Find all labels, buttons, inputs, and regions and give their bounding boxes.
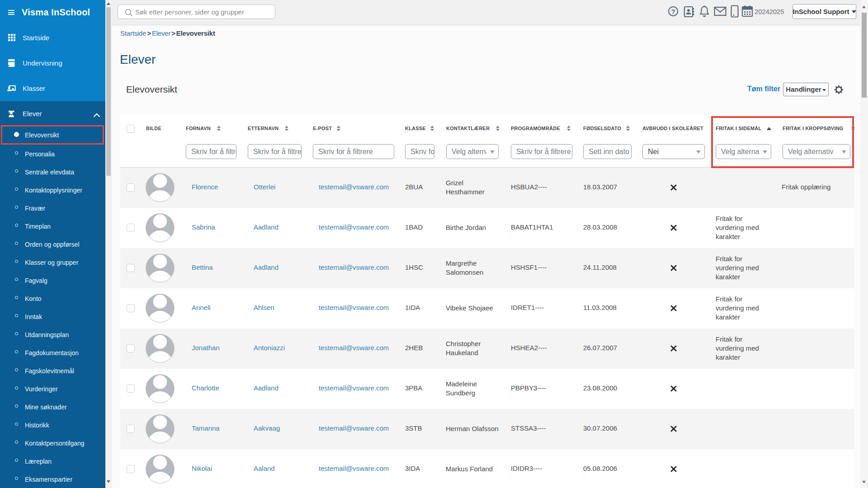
svg-text:?: ? bbox=[671, 8, 675, 15]
